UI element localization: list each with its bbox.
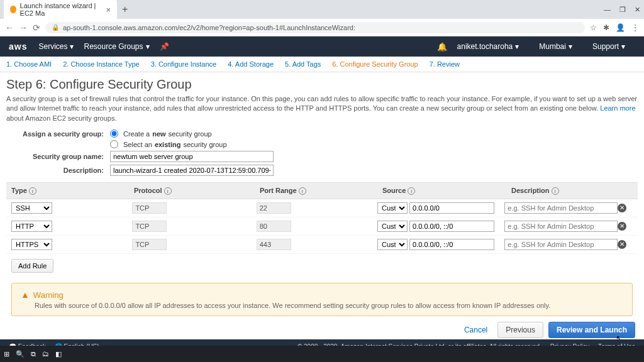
browser-tab[interactable]: Launch instance wizard | EC2 Ma ×: [4, 0, 117, 20]
rules-table: Typei Protocoli Port Rangei Sourcei Desc…: [6, 182, 638, 254]
tab-close-icon[interactable]: ×: [106, 5, 111, 14]
add-rule-button[interactable]: Add Rule: [11, 259, 53, 273]
rule-type-select[interactable]: SSH: [11, 202, 52, 214]
browser-toolbar: ← → ⟳ 🔒 ap-south-1.console.aws.amazon.co…: [0, 19, 644, 36]
maximize-icon[interactable]: ❐: [619, 6, 626, 14]
chevron-down-icon: ▾: [146, 42, 150, 51]
sg-desc-input[interactable]: [110, 165, 274, 176]
col-source-header: Source: [382, 187, 406, 194]
rule-port: 443: [257, 239, 291, 250]
rule-source-mode-select[interactable]: Custom: [377, 202, 408, 214]
select-existing-radio-input[interactable]: [110, 140, 118, 148]
col-protocol-header: Protocol: [134, 187, 162, 194]
chevron-down-icon: ▾: [515, 42, 519, 51]
sg-name-label: Security group name:: [6, 153, 110, 160]
notifications-bell-icon[interactable]: 🔔: [437, 42, 447, 52]
rule-row: HTTPTCP80Custom✕: [6, 217, 638, 236]
wizard-step-1[interactable]: 1. Choose AMI: [6, 60, 52, 68]
tab-favicon: [10, 6, 16, 13]
wizard-step-2[interactable]: 2. Choose Instance Type: [63, 60, 140, 68]
rule-description-input[interactable]: [504, 202, 618, 214]
rule-type-select[interactable]: HTTPS: [11, 239, 52, 250]
assign-sg-label: Assign a security group:: [6, 130, 110, 138]
rule-source-ip-input[interactable]: [409, 202, 494, 214]
nav-pin-icon[interactable]: 📌: [160, 42, 169, 51]
rule-description-input[interactable]: [504, 221, 618, 232]
delete-rule-icon[interactable]: ✕: [618, 222, 626, 231]
wizard-steps: 1. Choose AMI 2. Choose Instance Type 3.…: [0, 57, 644, 72]
browser-menu-icon[interactable]: ⋮: [631, 23, 639, 32]
col-desc-header: Description: [511, 187, 550, 194]
url-text: ap-south-1.console.aws.amazon.com/ec2/v2…: [63, 24, 355, 31]
browser-tab-strip: Launch instance wizard | EC2 Ma × + — ❐ …: [0, 0, 644, 19]
rule-protocol: TCP: [132, 202, 167, 214]
sg-name-input[interactable]: [110, 151, 274, 162]
rule-description-input[interactable]: [504, 239, 618, 250]
info-icon[interactable]: i: [299, 187, 306, 195]
rule-row: SSHTCP22Custom✕: [6, 199, 638, 217]
back-button[interactable]: ←: [5, 23, 14, 33]
aws-top-nav: aws Services ▾ Resource Groups ▾ 📌 🔔 ani…: [0, 36, 644, 57]
rule-port: 22: [257, 202, 291, 214]
info-icon[interactable]: i: [29, 187, 36, 195]
nav-region[interactable]: Mumbai ▾: [539, 42, 572, 51]
new-tab-button[interactable]: +: [122, 4, 128, 15]
col-port-header: Port Range: [260, 187, 297, 194]
rule-port: 80: [257, 221, 291, 232]
cancel-button[interactable]: Cancel: [459, 322, 492, 326]
create-new-radio-input[interactable]: [110, 129, 118, 138]
wizard-step-7[interactable]: 7. Review: [430, 60, 460, 68]
learn-more-link[interactable]: Learn more: [600, 104, 635, 112]
create-new-sg-radio[interactable]: Create a new security group: [110, 129, 212, 138]
rule-source-mode-select[interactable]: Custom: [377, 221, 408, 232]
wizard-action-bar: Cancel Previous Review and Launch: [459, 322, 635, 326]
nav-services[interactable]: Services ▾: [38, 42, 74, 51]
rule-source-mode-select[interactable]: Custom: [377, 239, 408, 250]
rule-row: HTTPSTCP443Custom✕: [6, 236, 638, 254]
chevron-down-icon: ▾: [621, 42, 625, 51]
wizard-step-6[interactable]: 6. Configure Security Group: [332, 60, 418, 68]
profile-avatar-icon[interactable]: 👤: [616, 23, 625, 32]
rule-type-select[interactable]: HTTP: [11, 221, 52, 232]
aws-logo[interactable]: aws: [9, 41, 27, 52]
tab-title: Launch instance wizard | EC2 Ma: [20, 2, 103, 17]
rule-source-ip-input[interactable]: [409, 221, 494, 232]
nav-user[interactable]: aniket.tocharoha ▾: [457, 42, 519, 51]
nav-support[interactable]: Support ▾: [592, 42, 625, 51]
forward-button[interactable]: →: [19, 23, 28, 33]
warning-box: ▲Warning Rules with source of 0.0.0.0/0 …: [11, 283, 633, 316]
extensions-icon[interactable]: ✱: [603, 23, 609, 32]
select-existing-sg-radio[interactable]: Select an existing security group: [110, 140, 227, 148]
wizard-step-3[interactable]: 3. Configure Instance: [151, 60, 217, 68]
warning-title: Warning: [33, 290, 64, 300]
chevron-down-icon: ▾: [70, 42, 74, 51]
rule-protocol: TCP: [132, 239, 167, 250]
delete-rule-icon[interactable]: ✕: [618, 204, 626, 212]
delete-rule-icon[interactable]: ✕: [618, 240, 626, 249]
chevron-down-icon: ▾: [569, 42, 572, 51]
wizard-step-4[interactable]: 4. Add Storage: [228, 60, 274, 68]
warning-triangle-icon: ▲: [21, 290, 30, 300]
minimize-icon[interactable]: —: [604, 6, 611, 14]
close-window-icon[interactable]: ✕: [635, 6, 640, 14]
wizard-step-5[interactable]: 5. Add Tags: [285, 60, 321, 68]
browser-ext-area: ☆ ✱ 👤 ⋮: [590, 23, 639, 32]
nav-resource-groups[interactable]: Resource Groups ▾: [84, 42, 149, 51]
info-icon[interactable]: i: [552, 187, 559, 195]
previous-button[interactable]: Previous: [497, 322, 543, 326]
page-title: Step 6: Configure Security Group: [6, 77, 638, 92]
warning-message: Rules with source of 0.0.0.0/0 allow all…: [21, 302, 623, 309]
lock-icon: 🔒: [52, 24, 59, 31]
sg-desc-label: Description:: [6, 167, 110, 174]
review-and-launch-button[interactable]: Review and Launch: [548, 322, 635, 326]
info-icon[interactable]: i: [164, 187, 172, 195]
main-content: Step 6: Configure Security Group A secur…: [0, 72, 644, 326]
address-bar[interactable]: 🔒 ap-south-1.console.aws.amazon.com/ec2/…: [45, 22, 585, 33]
rule-protocol: TCP: [132, 221, 167, 232]
info-icon[interactable]: i: [408, 187, 415, 195]
bookmark-star-icon[interactable]: ☆: [590, 23, 597, 32]
rule-source-ip-input[interactable]: [409, 239, 494, 250]
col-type-header: Type: [11, 187, 27, 194]
reload-button[interactable]: ⟳: [33, 23, 40, 33]
rules-header-row: Typei Protocoli Port Rangei Sourcei Desc…: [6, 182, 638, 199]
